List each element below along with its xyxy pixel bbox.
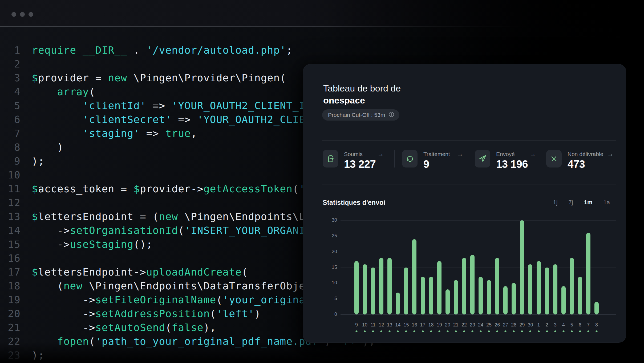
x-axis-dot bbox=[372, 330, 374, 332]
x-axis-label: 12 bbox=[379, 322, 384, 328]
bar bbox=[437, 261, 442, 314]
line-number: 11 bbox=[0, 182, 21, 196]
x-axis-dot bbox=[480, 330, 482, 332]
x-axis-dot bbox=[471, 330, 473, 332]
x-axis-label: 25 bbox=[486, 322, 492, 328]
x-axis-dot bbox=[380, 330, 382, 332]
stat-value: 13 196 bbox=[496, 158, 536, 170]
x-axis-dot bbox=[579, 330, 581, 332]
document-export-icon bbox=[326, 154, 335, 163]
cutoff-badge[interactable]: Prochain Cut-Off : 53m bbox=[322, 109, 399, 121]
bar bbox=[354, 261, 359, 314]
window-control-dot[interactable] bbox=[29, 12, 33, 17]
line-number: 9 bbox=[0, 154, 21, 168]
chart-title: Statistiques d'envoi bbox=[323, 199, 385, 206]
bar bbox=[396, 293, 400, 314]
bar bbox=[503, 286, 508, 314]
dashboard-panel: Tableau de bord de onespace Prochain Cut… bbox=[303, 64, 626, 343]
stat-icon-tile bbox=[323, 150, 338, 167]
range-tab-1m[interactable]: 1m bbox=[584, 199, 593, 206]
bar bbox=[479, 277, 483, 314]
range-tab-7j[interactable]: 7j bbox=[569, 199, 573, 206]
stat-value: 9 bbox=[423, 158, 463, 170]
x-axis-dot bbox=[356, 330, 358, 332]
stat-label: Non délivrable bbox=[568, 151, 603, 157]
panel-org-name: onespace bbox=[323, 95, 365, 106]
gridline bbox=[341, 314, 616, 315]
send-icon bbox=[478, 154, 487, 163]
code-text: require __DIR__ . '/vendor/autoload.php'… bbox=[32, 43, 293, 57]
refresh-icon bbox=[405, 154, 414, 163]
x-axis-label: 15 bbox=[403, 322, 409, 328]
divider-bottom bbox=[322, 185, 616, 185]
bar bbox=[512, 283, 516, 314]
arrow-right-icon[interactable]: → bbox=[457, 151, 463, 157]
window-control-dot[interactable] bbox=[11, 12, 16, 17]
line-number: 14 bbox=[0, 224, 21, 237]
cross-icon bbox=[549, 154, 558, 163]
x-axis-dot bbox=[513, 330, 515, 332]
line-number: 20 bbox=[0, 307, 21, 321]
x-axis-label: 21 bbox=[453, 322, 459, 328]
bar bbox=[412, 239, 416, 314]
x-axis-label: 17 bbox=[420, 322, 426, 328]
x-axis-label: 7 bbox=[587, 322, 590, 328]
x-axis-label: 18 bbox=[428, 322, 434, 328]
line-number: 10 bbox=[0, 168, 21, 182]
window-control-dot[interactable] bbox=[20, 12, 25, 17]
stat-card-traitement[interactable]: Traitement→9 bbox=[402, 150, 463, 170]
y-axis-label: 0 bbox=[321, 312, 337, 317]
x-axis-dot bbox=[438, 330, 440, 332]
code-line: 1require __DIR__ . '/vendor/autoload.php… bbox=[0, 43, 644, 57]
cutoff-badge-label: Prochain Cut-Off : 53m bbox=[328, 112, 385, 118]
x-axis-label: 13 bbox=[387, 322, 392, 328]
stat-label-row: Non délivrable→ bbox=[568, 150, 614, 157]
x-axis-dot bbox=[571, 330, 573, 332]
x-axis-dot bbox=[422, 330, 424, 332]
line-number: 8 bbox=[0, 140, 21, 154]
x-axis-label: 16 bbox=[412, 322, 417, 328]
bar bbox=[379, 258, 383, 314]
code-text: ->setAddressPosition('left') bbox=[32, 307, 261, 321]
range-tab-1a[interactable]: 1a bbox=[604, 199, 610, 206]
arrow-right-icon[interactable]: → bbox=[529, 151, 536, 157]
info-icon[interactable] bbox=[388, 111, 395, 119]
bar bbox=[387, 258, 392, 314]
bar bbox=[553, 264, 557, 314]
stat-label: Envoyé bbox=[496, 151, 515, 157]
line-number: 4 bbox=[0, 85, 21, 99]
x-axis-label: 11 bbox=[371, 322, 376, 328]
stat-card-envoy-[interactable]: Envoyé→13 196 bbox=[475, 150, 536, 170]
window-controls bbox=[11, 12, 33, 17]
bar bbox=[570, 258, 574, 314]
arrow-right-icon[interactable]: → bbox=[377, 151, 384, 157]
x-axis-label: 23 bbox=[470, 322, 475, 328]
bar bbox=[537, 261, 541, 314]
line-number: 15 bbox=[0, 237, 21, 251]
bar bbox=[462, 258, 466, 314]
line-number: 21 bbox=[0, 321, 21, 334]
line-number: 2 bbox=[0, 57, 21, 71]
stat-label: Soumis bbox=[344, 151, 363, 157]
y-axis-label: 25 bbox=[321, 233, 337, 239]
code-text: ); bbox=[32, 348, 44, 362]
x-axis-label: 2 bbox=[546, 322, 548, 328]
range-tab-1j[interactable]: 1j bbox=[553, 199, 557, 206]
stat-card-non-d-livrable[interactable]: Non délivrable→473 bbox=[546, 150, 614, 170]
code-text: ->setAutoSend(false), bbox=[32, 321, 216, 334]
x-axis-label: 6 bbox=[579, 322, 581, 328]
arrow-right-icon[interactable]: → bbox=[607, 151, 614, 157]
stat-divider bbox=[539, 150, 539, 167]
x-axis-dot bbox=[405, 330, 407, 332]
x-axis-label: 8 bbox=[595, 322, 598, 328]
line-number: 23 bbox=[0, 348, 21, 362]
x-axis-dot bbox=[397, 330, 399, 332]
window-titlebar bbox=[0, 0, 644, 26]
bar bbox=[594, 302, 599, 314]
line-number: 16 bbox=[0, 251, 21, 265]
x-axis-label: 27 bbox=[503, 322, 508, 328]
stat-content: Non délivrable→473 bbox=[568, 150, 614, 170]
stat-card-soumis[interactable]: Soumis→13 227 bbox=[323, 150, 384, 170]
code-text: $lettersEndpoint->uploadAndCreate( bbox=[32, 265, 248, 279]
x-axis-label: 9 bbox=[355, 322, 358, 328]
